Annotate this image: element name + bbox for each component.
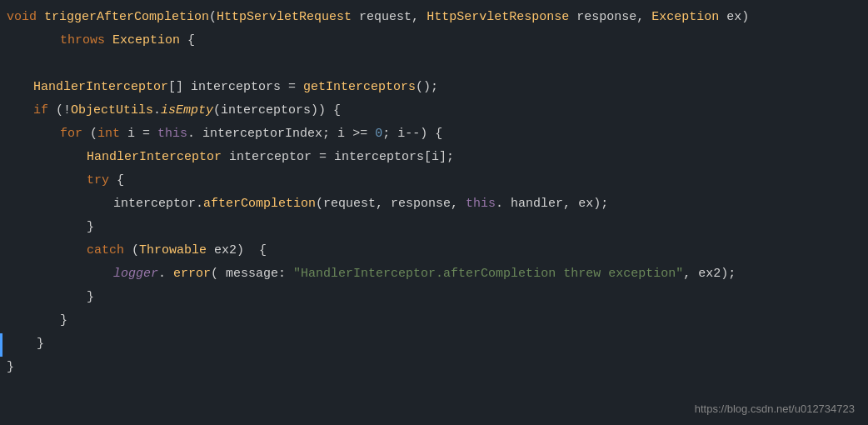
- code-line-15: }: [0, 333, 868, 357]
- code-line-4: HandlerInterceptor[] interceptors = getI…: [0, 77, 868, 100]
- code-line-12: logger. error( message: "HandlerIntercep…: [0, 263, 868, 287]
- code-line-14: }: [0, 310, 868, 333]
- method-name: triggerAfterCompletion: [44, 7, 209, 28]
- code-line-3: [0, 53, 868, 77]
- code-line-7: HandlerInterceptor interceptor = interce…: [0, 147, 868, 170]
- code-line-10: }: [0, 217, 868, 240]
- code-line-9: interceptor.afterCompletion(request, res…: [0, 193, 868, 217]
- code-editor: void triggerAfterCompletion(HttpServletR…: [0, 0, 868, 425]
- keyword-void: void: [7, 7, 44, 28]
- code-line-2: throws Exception {: [0, 30, 868, 53]
- code-line-11: catch (Throwable ex2) {: [0, 240, 868, 263]
- code-line-6: for (int i = this. interceptorIndex; i >…: [0, 123, 868, 147]
- highlight-bar: [0, 333, 2, 357]
- code-line-16: }: [0, 357, 868, 380]
- code-content: void triggerAfterCompletion(HttpServletR…: [0, 0, 868, 387]
- code-line-1: void triggerAfterCompletion(HttpServletR…: [0, 7, 868, 30]
- watermark: https://blog.csdn.net/u012734723: [695, 402, 855, 415]
- code-line-13: }: [0, 287, 868, 310]
- code-line-5: if (!ObjectUtils.isEmpty(interceptors)) …: [0, 100, 868, 123]
- code-line-8: try {: [0, 170, 868, 193]
